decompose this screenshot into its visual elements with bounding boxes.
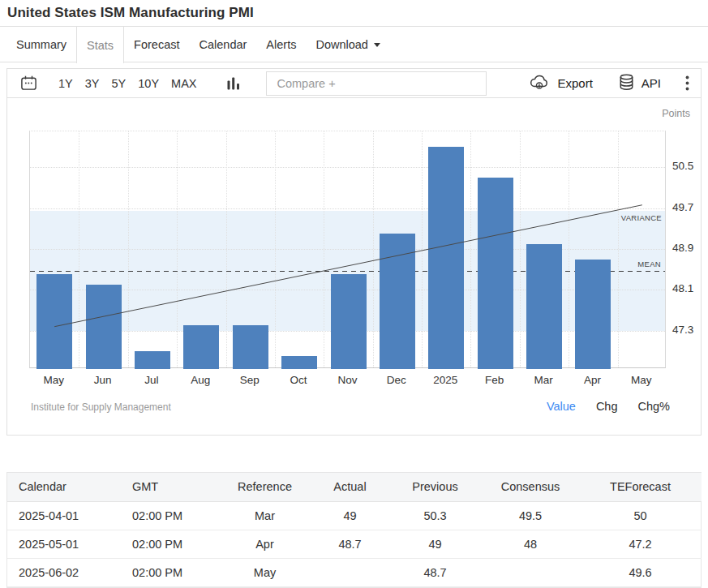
- table-cell: 48: [482, 530, 579, 558]
- table-cell: 49: [388, 530, 482, 558]
- chart-mode-switch: ValueChgChg%: [526, 400, 670, 413]
- table-cell: 02:00 PM: [121, 530, 218, 558]
- x-tick-label: Dec: [371, 374, 423, 386]
- column-header-gmt: GMT: [121, 473, 218, 501]
- x-tick-label: Sep: [224, 374, 276, 386]
- table-cell: 49.6: [579, 558, 702, 586]
- tab-label: Forecast: [134, 38, 179, 51]
- chevron-down-icon: [374, 43, 380, 47]
- mode-link-value[interactable]: Value: [547, 400, 576, 413]
- chart-source: Institute for Supply Management: [31, 401, 171, 413]
- column-header-actual: Actual: [311, 473, 388, 501]
- page-header: United States ISM Manufacturing PMI: [0, 0, 708, 27]
- range-button-5y[interactable]: 5Y: [112, 77, 127, 90]
- tab-alerts[interactable]: Alerts: [256, 27, 306, 62]
- range-button-10y[interactable]: 10Y: [138, 77, 159, 90]
- mean-label: MEAN: [637, 260, 661, 268]
- table-cell: 49: [311, 501, 388, 530]
- calendar-icon[interactable]: [20, 75, 37, 92]
- x-tick-label: 2025: [419, 374, 471, 386]
- table-cell: 50: [579, 501, 702, 530]
- table-cell: May: [218, 558, 311, 586]
- y-axis-unit-label: Points: [662, 108, 690, 119]
- tab-calendar[interactable]: Calendar: [190, 27, 257, 62]
- x-tick-label: May: [28, 374, 79, 386]
- table-header-row: CalendarGMTReferenceActualPreviousConsen…: [7, 473, 702, 501]
- y-tick-label: 47.3: [672, 324, 693, 336]
- calendar-table-card: CalendarGMTReferenceActualPreviousConsen…: [6, 472, 702, 588]
- calendar-table: CalendarGMTReferenceActualPreviousConsen…: [7, 473, 702, 587]
- compare-input-box: [266, 71, 487, 96]
- tab-summary[interactable]: Summary: [6, 27, 76, 62]
- table-cell: 48.7: [388, 558, 482, 586]
- table-row[interactable]: 2025-05-0102:00 PMApr48.7494847.2: [7, 530, 702, 558]
- tab-stats[interactable]: Stats: [76, 27, 124, 63]
- page: United States ISM Manufacturing PMI Summ…: [0, 0, 708, 588]
- tab-label: Alerts: [266, 38, 296, 51]
- range-button-1y[interactable]: 1Y: [58, 77, 73, 90]
- table-cell: Mar: [218, 501, 311, 530]
- column-header-reference: Reference: [218, 473, 311, 501]
- table-cell: 2025-06-02: [7, 558, 121, 586]
- table-cell: 2025-04-01: [7, 501, 121, 530]
- cloud-download-icon: [529, 74, 550, 92]
- table-cell: [311, 558, 388, 586]
- x-tick-label: Jun: [77, 374, 129, 386]
- x-tick-label: May: [616, 374, 667, 386]
- database-icon: [619, 74, 634, 93]
- table-cell: Apr: [218, 530, 311, 558]
- chart-toolbar: 1Y3Y5Y10YMAX Export: [6, 68, 702, 98]
- x-tick-label: Feb: [469, 374, 521, 386]
- table-cell: 02:00 PM: [121, 558, 218, 586]
- variance-label: VARIANCE: [621, 213, 662, 222]
- tab-bar: SummaryStatsForecastCalendarAlertsDownlo…: [0, 27, 708, 62]
- table-cell: 50.3: [388, 501, 482, 530]
- tab-label: Download: [315, 38, 368, 51]
- page-title: United States ISM Manufacturing PMI: [7, 5, 254, 21]
- mode-link-chg[interactable]: Chg: [596, 400, 618, 413]
- api-button[interactable]: API: [619, 74, 661, 93]
- table-cell: [482, 558, 579, 586]
- tab-label: Summary: [16, 38, 67, 51]
- kebab-menu-icon[interactable]: [685, 75, 689, 91]
- tab-label: Stats: [87, 39, 114, 52]
- chart-card: Points VARIANCEMEAN MayJunJulAugSepOctNo…: [6, 97, 702, 436]
- tab-forecast[interactable]: Forecast: [124, 27, 189, 62]
- y-tick-label: 50.5: [672, 160, 693, 172]
- api-label: API: [641, 76, 661, 90]
- mode-link-chgpct[interactable]: Chg%: [638, 400, 671, 413]
- plot-area: VARIANCEMEAN: [29, 131, 666, 368]
- table-cell: 48.7: [311, 530, 388, 558]
- tab-label: Calendar: [200, 38, 247, 51]
- x-tick-label: Jul: [126, 374, 178, 386]
- column-header-calendar: Calendar: [7, 473, 121, 501]
- table-cell: 2025-05-01: [7, 530, 121, 558]
- y-tick-label: 48.1: [672, 282, 693, 294]
- y-tick-label: 48.9: [672, 242, 693, 254]
- column-header-previous: Previous: [388, 473, 482, 501]
- trend-line: [30, 131, 667, 369]
- compare-input[interactable]: [267, 77, 486, 90]
- table-cell: 02:00 PM: [121, 501, 218, 530]
- table-cell: 49.5: [482, 501, 579, 530]
- chart-footer: Institute for Supply Management ValueChg…: [31, 400, 670, 413]
- range-button-3y[interactable]: 3Y: [85, 77, 100, 90]
- column-header-teforecast: TEForecast: [579, 473, 702, 501]
- x-tick-label: Oct: [272, 374, 324, 386]
- range-buttons: 1Y3Y5Y10YMAX: [58, 77, 196, 90]
- table-row[interactable]: 2025-04-0102:00 PMMar4950.349.550: [7, 501, 702, 530]
- export-button[interactable]: Export: [529, 74, 592, 92]
- tab-download[interactable]: Download: [306, 27, 390, 62]
- y-tick-label: 49.7: [672, 201, 693, 213]
- x-tick-label: Apr: [566, 374, 618, 386]
- range-button-max[interactable]: MAX: [171, 77, 196, 90]
- column-header-consensus: Consensus: [482, 473, 579, 501]
- export-label: Export: [557, 76, 592, 90]
- bar-chart-icon[interactable]: [227, 76, 240, 91]
- x-tick-label: Nov: [322, 374, 374, 386]
- x-tick-label: Mar: [517, 374, 569, 386]
- table-cell: 47.2: [579, 530, 702, 558]
- table-row[interactable]: 2025-06-0202:00 PMMay48.749.6: [7, 558, 702, 586]
- x-tick-label: Aug: [174, 374, 226, 386]
